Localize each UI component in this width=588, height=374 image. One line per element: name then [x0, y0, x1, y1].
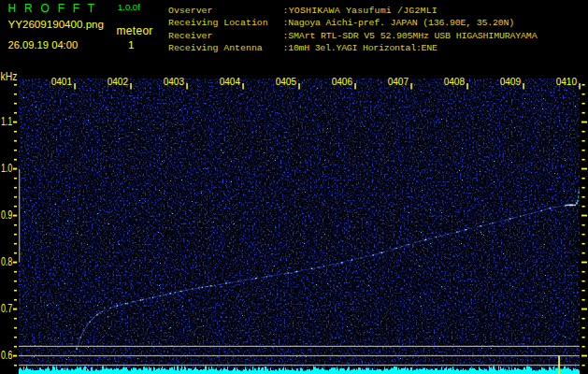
svg-text:0409: 0409	[500, 77, 522, 87]
svg-text:0406: 0406	[332, 77, 353, 87]
svg-text:0410: 0410	[556, 77, 578, 87]
svg-text::Nagoya Aichi-pref. JAPAN (136: :Nagoya Aichi-pref. JAPAN (136.90E, 35.2…	[283, 18, 515, 28]
svg-text:Ovserver: Ovserver	[168, 6, 212, 16]
svg-text:1.1: 1.1	[1, 114, 12, 128]
svg-text:0.9: 0.9	[1, 208, 12, 222]
svg-text:0.8: 0.8	[1, 254, 12, 268]
svg-text:0405: 0405	[276, 77, 297, 87]
svg-text:Receiving Location: Receiving Location	[168, 18, 268, 28]
svg-text:0.7: 0.7	[1, 301, 12, 315]
svg-text:0.6: 0.6	[1, 348, 12, 362]
svg-text:0408: 0408	[444, 77, 466, 87]
svg-text:YY2609190400.png: YY2609190400.png	[8, 18, 105, 30]
svg-text:kHz: kHz	[1, 70, 18, 83]
svg-text:0401: 0401	[51, 77, 73, 87]
svg-text:26.09.19 04:00: 26.09.19 04:00	[8, 39, 79, 50]
svg-text:0402: 0402	[108, 77, 129, 87]
svg-text:1.0: 1.0	[1, 161, 12, 175]
svg-text:Receiver: Receiver	[168, 31, 212, 41]
svg-text:meteor: meteor	[117, 24, 153, 37]
svg-text:H R O F F T: H R O F F T	[8, 2, 97, 15]
svg-text:0403: 0403	[164, 77, 185, 87]
svg-text:0404: 0404	[220, 77, 241, 87]
svg-text::SMArt RTL-SDR V5 52.905MHz US: :SMArt RTL-SDR V5 52.905MHz USB HIGASHIM…	[283, 31, 538, 41]
svg-text:1: 1	[128, 38, 135, 51]
svg-text::10mH 3el.YAGI Horizontal:ENE: :10mH 3el.YAGI Horizontal:ENE	[283, 43, 437, 53]
svg-text:1.0.0f: 1.0.0f	[118, 2, 140, 12]
svg-text:Receiving Antenna: Receiving Antenna	[168, 43, 263, 53]
svg-text::YOSHIKAWA Yasufumi /JG2MLI: :YOSHIKAWA Yasufumi /JG2MLI	[283, 6, 437, 16]
svg-text:0407: 0407	[388, 77, 409, 87]
